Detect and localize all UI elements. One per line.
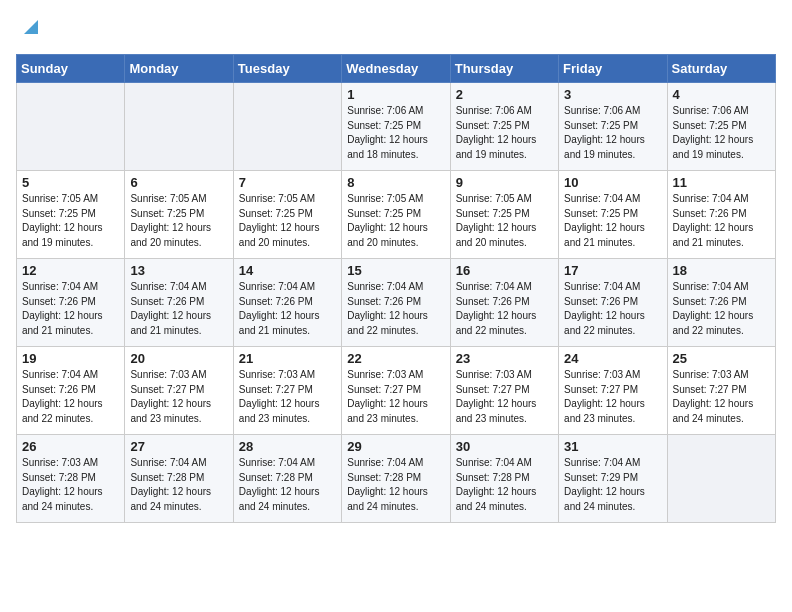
day-info: Sunrise: 7:03 AM Sunset: 7:27 PM Dayligh… — [564, 368, 662, 426]
calendar-cell: 29Sunrise: 7:04 AM Sunset: 7:28 PM Dayli… — [342, 435, 450, 523]
day-info: Sunrise: 7:04 AM Sunset: 7:26 PM Dayligh… — [239, 280, 337, 338]
calendar-cell: 21Sunrise: 7:03 AM Sunset: 7:27 PM Dayli… — [233, 347, 341, 435]
day-info: Sunrise: 7:05 AM Sunset: 7:25 PM Dayligh… — [239, 192, 337, 250]
calendar-cell: 27Sunrise: 7:04 AM Sunset: 7:28 PM Dayli… — [125, 435, 233, 523]
logo-icon — [20, 16, 42, 38]
day-number: 18 — [673, 263, 771, 278]
day-info: Sunrise: 7:03 AM Sunset: 7:27 PM Dayligh… — [347, 368, 445, 426]
day-info: Sunrise: 7:04 AM Sunset: 7:26 PM Dayligh… — [130, 280, 228, 338]
day-info: Sunrise: 7:04 AM Sunset: 7:26 PM Dayligh… — [564, 280, 662, 338]
calendar-cell — [17, 83, 125, 171]
day-number: 4 — [673, 87, 771, 102]
day-info: Sunrise: 7:04 AM Sunset: 7:26 PM Dayligh… — [22, 368, 120, 426]
calendar-cell: 2Sunrise: 7:06 AM Sunset: 7:25 PM Daylig… — [450, 83, 558, 171]
calendar-cell: 23Sunrise: 7:03 AM Sunset: 7:27 PM Dayli… — [450, 347, 558, 435]
calendar-cell: 19Sunrise: 7:04 AM Sunset: 7:26 PM Dayli… — [17, 347, 125, 435]
calendar-table: SundayMondayTuesdayWednesdayThursdayFrid… — [16, 54, 776, 523]
weekday-header-thursday: Thursday — [450, 55, 558, 83]
calendar-cell: 3Sunrise: 7:06 AM Sunset: 7:25 PM Daylig… — [559, 83, 667, 171]
day-number: 23 — [456, 351, 554, 366]
day-info: Sunrise: 7:04 AM Sunset: 7:29 PM Dayligh… — [564, 456, 662, 514]
day-info: Sunrise: 7:05 AM Sunset: 7:25 PM Dayligh… — [22, 192, 120, 250]
day-info: Sunrise: 7:03 AM Sunset: 7:28 PM Dayligh… — [22, 456, 120, 514]
calendar-cell: 15Sunrise: 7:04 AM Sunset: 7:26 PM Dayli… — [342, 259, 450, 347]
weekday-header-tuesday: Tuesday — [233, 55, 341, 83]
day-number: 21 — [239, 351, 337, 366]
calendar-cell: 8Sunrise: 7:05 AM Sunset: 7:25 PM Daylig… — [342, 171, 450, 259]
day-number: 22 — [347, 351, 445, 366]
calendar-cell: 20Sunrise: 7:03 AM Sunset: 7:27 PM Dayli… — [125, 347, 233, 435]
day-number: 17 — [564, 263, 662, 278]
weekday-header-row: SundayMondayTuesdayWednesdayThursdayFrid… — [17, 55, 776, 83]
calendar-cell: 31Sunrise: 7:04 AM Sunset: 7:29 PM Dayli… — [559, 435, 667, 523]
calendar-cell — [667, 435, 775, 523]
calendar-cell: 25Sunrise: 7:03 AM Sunset: 7:27 PM Dayli… — [667, 347, 775, 435]
day-number: 25 — [673, 351, 771, 366]
calendar-cell: 30Sunrise: 7:04 AM Sunset: 7:28 PM Dayli… — [450, 435, 558, 523]
calendar-week-row: 5Sunrise: 7:05 AM Sunset: 7:25 PM Daylig… — [17, 171, 776, 259]
calendar-cell: 28Sunrise: 7:04 AM Sunset: 7:28 PM Dayli… — [233, 435, 341, 523]
day-number: 7 — [239, 175, 337, 190]
day-number: 3 — [564, 87, 662, 102]
weekday-header-saturday: Saturday — [667, 55, 775, 83]
day-number: 31 — [564, 439, 662, 454]
calendar-cell: 13Sunrise: 7:04 AM Sunset: 7:26 PM Dayli… — [125, 259, 233, 347]
day-info: Sunrise: 7:04 AM Sunset: 7:28 PM Dayligh… — [456, 456, 554, 514]
calendar-cell: 1Sunrise: 7:06 AM Sunset: 7:25 PM Daylig… — [342, 83, 450, 171]
day-number: 1 — [347, 87, 445, 102]
weekday-header-monday: Monday — [125, 55, 233, 83]
calendar-cell — [125, 83, 233, 171]
weekday-header-sunday: Sunday — [17, 55, 125, 83]
day-number: 20 — [130, 351, 228, 366]
calendar-cell: 24Sunrise: 7:03 AM Sunset: 7:27 PM Dayli… — [559, 347, 667, 435]
day-number: 2 — [456, 87, 554, 102]
day-number: 10 — [564, 175, 662, 190]
day-info: Sunrise: 7:04 AM Sunset: 7:26 PM Dayligh… — [347, 280, 445, 338]
day-number: 11 — [673, 175, 771, 190]
calendar-cell: 9Sunrise: 7:05 AM Sunset: 7:25 PM Daylig… — [450, 171, 558, 259]
day-number: 13 — [130, 263, 228, 278]
day-number: 27 — [130, 439, 228, 454]
calendar-cell: 11Sunrise: 7:04 AM Sunset: 7:26 PM Dayli… — [667, 171, 775, 259]
calendar-cell: 10Sunrise: 7:04 AM Sunset: 7:25 PM Dayli… — [559, 171, 667, 259]
day-info: Sunrise: 7:05 AM Sunset: 7:25 PM Dayligh… — [456, 192, 554, 250]
weekday-header-wednesday: Wednesday — [342, 55, 450, 83]
day-info: Sunrise: 7:06 AM Sunset: 7:25 PM Dayligh… — [673, 104, 771, 162]
day-number: 14 — [239, 263, 337, 278]
calendar-cell: 4Sunrise: 7:06 AM Sunset: 7:25 PM Daylig… — [667, 83, 775, 171]
calendar-week-row: 12Sunrise: 7:04 AM Sunset: 7:26 PM Dayli… — [17, 259, 776, 347]
calendar-cell: 26Sunrise: 7:03 AM Sunset: 7:28 PM Dayli… — [17, 435, 125, 523]
calendar-cell: 14Sunrise: 7:04 AM Sunset: 7:26 PM Dayli… — [233, 259, 341, 347]
day-info: Sunrise: 7:05 AM Sunset: 7:25 PM Dayligh… — [130, 192, 228, 250]
day-number: 29 — [347, 439, 445, 454]
calendar-cell: 5Sunrise: 7:05 AM Sunset: 7:25 PM Daylig… — [17, 171, 125, 259]
calendar-week-row: 1Sunrise: 7:06 AM Sunset: 7:25 PM Daylig… — [17, 83, 776, 171]
calendar-cell: 6Sunrise: 7:05 AM Sunset: 7:25 PM Daylig… — [125, 171, 233, 259]
day-info: Sunrise: 7:06 AM Sunset: 7:25 PM Dayligh… — [347, 104, 445, 162]
day-info: Sunrise: 7:04 AM Sunset: 7:26 PM Dayligh… — [673, 280, 771, 338]
day-info: Sunrise: 7:04 AM Sunset: 7:28 PM Dayligh… — [239, 456, 337, 514]
day-number: 8 — [347, 175, 445, 190]
calendar-cell: 7Sunrise: 7:05 AM Sunset: 7:25 PM Daylig… — [233, 171, 341, 259]
day-number: 12 — [22, 263, 120, 278]
day-info: Sunrise: 7:03 AM Sunset: 7:27 PM Dayligh… — [130, 368, 228, 426]
day-info: Sunrise: 7:04 AM Sunset: 7:28 PM Dayligh… — [347, 456, 445, 514]
day-info: Sunrise: 7:04 AM Sunset: 7:26 PM Dayligh… — [456, 280, 554, 338]
day-number: 15 — [347, 263, 445, 278]
day-info: Sunrise: 7:04 AM Sunset: 7:25 PM Dayligh… — [564, 192, 662, 250]
day-number: 19 — [22, 351, 120, 366]
day-info: Sunrise: 7:03 AM Sunset: 7:27 PM Dayligh… — [239, 368, 337, 426]
day-number: 30 — [456, 439, 554, 454]
page-header — [16, 16, 776, 46]
calendar-cell — [233, 83, 341, 171]
calendar-cell: 12Sunrise: 7:04 AM Sunset: 7:26 PM Dayli… — [17, 259, 125, 347]
day-info: Sunrise: 7:03 AM Sunset: 7:27 PM Dayligh… — [673, 368, 771, 426]
day-info: Sunrise: 7:03 AM Sunset: 7:27 PM Dayligh… — [456, 368, 554, 426]
day-info: Sunrise: 7:04 AM Sunset: 7:26 PM Dayligh… — [22, 280, 120, 338]
day-info: Sunrise: 7:06 AM Sunset: 7:25 PM Dayligh… — [456, 104, 554, 162]
day-number: 24 — [564, 351, 662, 366]
day-info: Sunrise: 7:04 AM Sunset: 7:28 PM Dayligh… — [130, 456, 228, 514]
day-info: Sunrise: 7:04 AM Sunset: 7:26 PM Dayligh… — [673, 192, 771, 250]
day-number: 5 — [22, 175, 120, 190]
calendar-cell: 17Sunrise: 7:04 AM Sunset: 7:26 PM Dayli… — [559, 259, 667, 347]
